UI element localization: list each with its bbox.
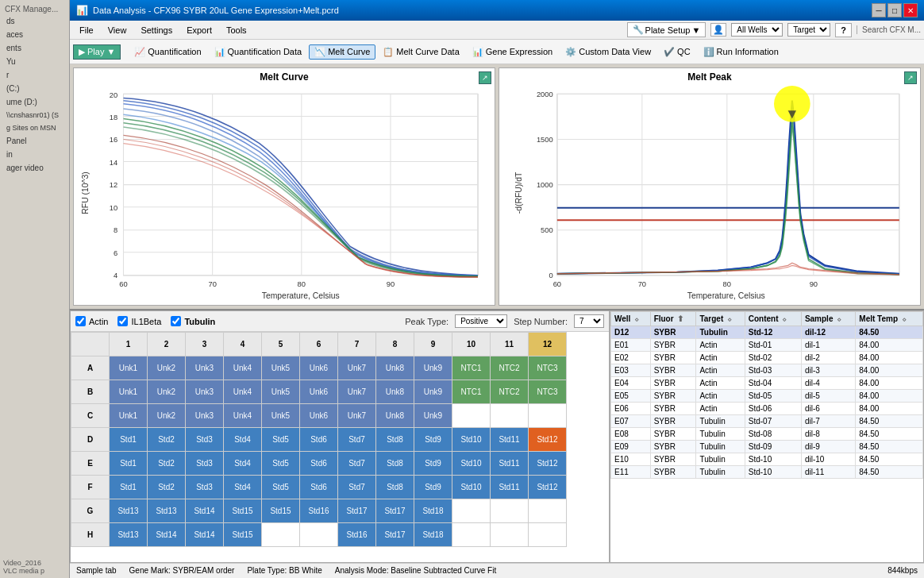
plate-cell[interactable]: Std15 <box>224 523 262 547</box>
plate-cell[interactable]: Std9 <box>414 476 452 499</box>
all-wells-select[interactable]: All Wells <box>731 23 783 37</box>
table-row[interactable]: E04SYBRActinStd-04dil-484.00 <box>611 377 923 390</box>
plate-cell[interactable]: Std8 <box>376 428 414 452</box>
table-row[interactable]: E02SYBRActinStd-02dil-284.00 <box>611 352 923 364</box>
left-panel-item[interactable]: ents <box>3 42 66 54</box>
plate-cell[interactable]: Std6 <box>300 452 338 476</box>
plate-cell[interactable] <box>452 523 491 547</box>
plate-cell[interactable]: Std17 <box>338 499 376 523</box>
left-panel-item[interactable]: ume (D:) <box>3 96 66 108</box>
plate-cell[interactable]: Std1 <box>110 428 148 452</box>
plate-col-header-7[interactable]: 7 <box>338 333 376 356</box>
plate-cell[interactable]: Std12 <box>529 428 567 452</box>
plate-cell[interactable]: Std5 <box>262 428 300 452</box>
plate-cell[interactable]: Std5 <box>262 452 300 476</box>
plate-cell[interactable]: Std15 <box>262 499 300 523</box>
plate-cell[interactable]: Std8 <box>376 452 414 476</box>
plate-cell[interactable]: Std15 <box>224 499 262 523</box>
help-button[interactable]: ? <box>835 23 852 37</box>
plate-cell[interactable]: NTC2 <box>491 356 529 380</box>
qc-tab-button[interactable]: ✔️ QC <box>658 44 696 60</box>
plate-cell[interactable]: Std10 <box>452 428 491 452</box>
actin-checkbox-label[interactable]: Actin <box>75 316 108 326</box>
plate-cell[interactable]: Std5 <box>262 476 300 499</box>
target-select[interactable]: Target <box>787 23 830 37</box>
plate-cell[interactable]: Unk1 <box>110 356 148 380</box>
gene-expression-tab-button[interactable]: 📊 Gene Expression <box>467 44 558 60</box>
plate-cell[interactable]: Unk5 <box>262 356 300 380</box>
plate-cell[interactable]: Unk2 <box>148 404 186 428</box>
plate-cell[interactable]: NTC1 <box>452 356 491 380</box>
plate-cell[interactable]: Std17 <box>376 499 414 523</box>
step-number-select[interactable]: 7 123 456 8910 <box>574 314 604 328</box>
plate-cell[interactable]: Unk6 <box>300 356 338 380</box>
table-row[interactable]: E03SYBRActinStd-03dil-384.00 <box>611 364 923 377</box>
plate-cell[interactable]: Std9 <box>414 452 452 476</box>
plate-cell[interactable] <box>452 404 491 428</box>
quantification-tab-button[interactable]: 📈 Quantification <box>129 44 206 60</box>
plate-cell[interactable]: Unk8 <box>376 356 414 380</box>
plate-cell[interactable]: Unk3 <box>186 380 224 404</box>
table-row[interactable]: D12SYBRTubulinStd-12dil-1284.50 <box>611 326 923 339</box>
col-header-fluor[interactable]: Fluor ⬆ <box>650 312 696 326</box>
left-panel-item[interactable]: aces <box>3 29 66 40</box>
melt-curve-expand-button[interactable]: ↗ <box>479 71 491 84</box>
menu-settings[interactable]: Settings <box>134 24 179 37</box>
plate-cell[interactable]: Unk8 <box>376 404 414 428</box>
plate-cell[interactable]: NTC1 <box>452 380 491 404</box>
plate-cell[interactable]: Std7 <box>338 476 376 499</box>
plate-cell[interactable]: Std17 <box>376 523 414 547</box>
melt-curve-data-tab-button[interactable]: 📋 Melt Curve Data <box>377 44 464 60</box>
plate-cell[interactable]: Std11 <box>491 452 529 476</box>
left-panel-item[interactable]: Panel <box>3 135 66 147</box>
plate-cell[interactable]: Std12 <box>529 476 567 499</box>
plate-row-header[interactable]: G <box>71 499 110 523</box>
plate-cell[interactable]: Std16 <box>300 499 338 523</box>
plate-col-header-3[interactable]: 3 <box>186 333 224 356</box>
col-header-target[interactable]: Target ⬦ <box>696 312 745 326</box>
plate-cell[interactable]: Std16 <box>338 523 376 547</box>
plate-cell[interactable]: Std3 <box>186 452 224 476</box>
plate-col-header-11[interactable]: 11 <box>491 333 529 356</box>
plate-cell[interactable]: Std7 <box>338 452 376 476</box>
plate-cell[interactable]: Std4 <box>224 428 262 452</box>
plate-col-header-4[interactable]: 4 <box>224 333 262 356</box>
plate-cell[interactable]: Std2 <box>148 428 186 452</box>
plate-setup-button[interactable]: 🔧 Plate Setup ▼ <box>627 22 706 37</box>
plate-cell[interactable]: Std8 <box>376 476 414 499</box>
plate-row-header[interactable]: D <box>71 428 110 452</box>
table-row[interactable]: E09SYBRTubulinStd-09dil-984.50 <box>611 441 923 453</box>
plate-cell[interactable]: Unk7 <box>338 380 376 404</box>
minimize-button[interactable]: ─ <box>872 3 886 17</box>
tubulin-checkbox-label[interactable]: Tubulin <box>171 316 215 326</box>
plate-cell[interactable] <box>300 523 338 547</box>
plate-cell[interactable]: Unk3 <box>186 356 224 380</box>
plate-cell[interactable]: Std14 <box>148 523 186 547</box>
tubulin-checkbox[interactable] <box>171 316 181 326</box>
plate-cell[interactable] <box>491 404 529 428</box>
custom-data-view-tab-button[interactable]: ⚙️ Custom Data View <box>560 44 656 60</box>
plate-cell[interactable]: Std3 <box>186 428 224 452</box>
user-icon-button[interactable]: 👤 <box>710 23 726 37</box>
plate-row-header[interactable]: C <box>71 404 110 428</box>
plate-col-header-10[interactable]: 10 <box>452 333 491 356</box>
plate-row-header[interactable]: E <box>71 452 110 476</box>
plate-cell[interactable]: Unk3 <box>186 404 224 428</box>
plate-cell[interactable]: Std13 <box>110 499 148 523</box>
plate-col-header-5[interactable]: 5 <box>262 333 300 356</box>
plate-grid-container[interactable]: 1 2 3 4 5 6 7 8 9 10 <box>71 332 609 561</box>
actin-checkbox[interactable] <box>75 316 86 326</box>
peak-type-select[interactable]: Positive Negative All <box>455 314 507 328</box>
plate-cell[interactable]: Unk8 <box>376 380 414 404</box>
play-button[interactable]: ▶ Play ▼ <box>73 44 121 60</box>
maximize-button[interactable]: □ <box>887 3 902 17</box>
plate-cell[interactable]: Unk9 <box>414 404 452 428</box>
plate-cell[interactable]: Std11 <box>491 428 529 452</box>
plate-col-header-6[interactable]: 6 <box>300 333 338 356</box>
plate-cell[interactable] <box>529 404 567 428</box>
plate-cell[interactable]: Std14 <box>186 499 224 523</box>
plate-col-header-8[interactable]: 8 <box>376 333 414 356</box>
plate-cell[interactable]: Unk7 <box>338 404 376 428</box>
plate-cell[interactable]: Std18 <box>414 523 452 547</box>
plate-cell[interactable]: Unk4 <box>224 356 262 380</box>
